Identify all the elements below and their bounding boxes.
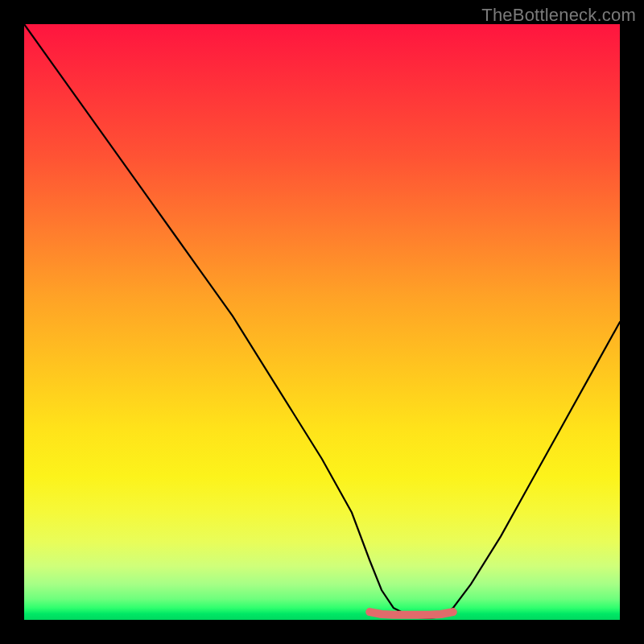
optimal-range-marker xyxy=(369,612,453,615)
chart-container: TheBottleneck.com xyxy=(0,0,644,644)
bottleneck-curve xyxy=(24,24,620,618)
curve-layer xyxy=(24,24,620,620)
watermark-text: TheBottleneck.com xyxy=(481,5,636,26)
plot-area xyxy=(24,24,620,620)
